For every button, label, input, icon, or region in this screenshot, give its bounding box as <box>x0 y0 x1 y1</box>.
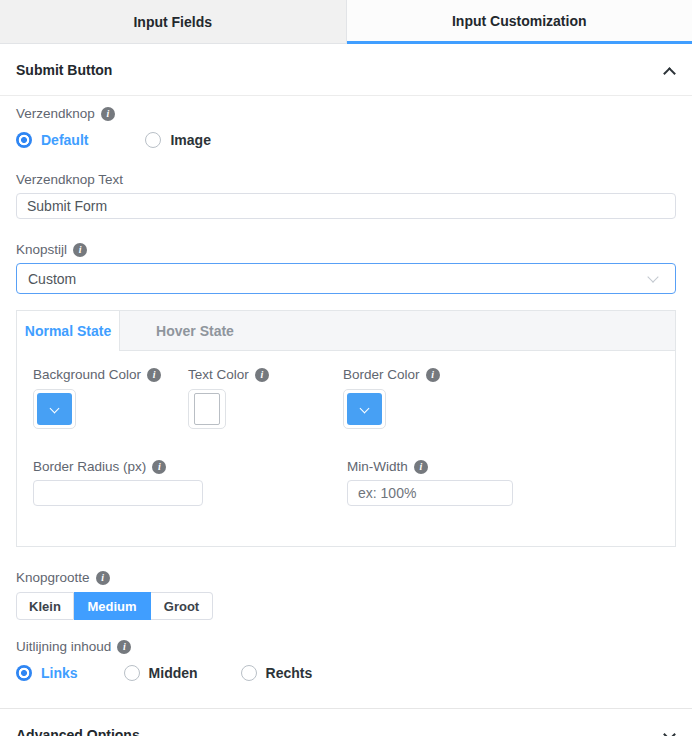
radio-image-label: Image <box>170 132 210 148</box>
knopstijl-label: Knopstijl <box>16 242 67 257</box>
border-radius-label: Border Radius (px) <box>33 459 146 474</box>
radio-default-label: Default <box>41 132 88 148</box>
border-color-picker[interactable] <box>343 389 386 429</box>
radio-midden-label: Midden <box>149 665 198 681</box>
radio-rechts[interactable]: Rechts <box>241 665 313 681</box>
border-radius-field: Border Radius (px) i <box>33 459 347 506</box>
border-color-label-row: Border Color i <box>343 367 498 382</box>
radio-selected-icon <box>16 132 32 148</box>
radio-unselected-icon <box>145 132 161 148</box>
size-button-groot-label: Groot <box>164 599 199 614</box>
tab-hover-state[interactable]: Hover State <box>120 311 270 350</box>
radio-default[interactable]: Default <box>16 132 88 148</box>
state-tab-bar: Normal State Hover State <box>17 311 675 351</box>
border-radius-label-row: Border Radius (px) i <box>33 459 347 474</box>
border-color-label: Border Color <box>343 367 420 382</box>
tab-input-customization[interactable]: Input Customization <box>347 0 692 44</box>
knopstijl-label-row: Knopstijl i <box>16 242 676 257</box>
border-radius-input[interactable] <box>33 480 203 506</box>
background-color-swatch <box>37 393 72 425</box>
knopstijl-select[interactable]: Custom <box>16 263 676 294</box>
min-width-label-row: Min-Width i <box>347 459 513 474</box>
text-color-label-row: Text Color i <box>188 367 343 382</box>
tab-input-fields[interactable]: Input Fields <box>0 0 347 44</box>
radio-unselected-icon <box>124 665 140 681</box>
radio-unselected-icon <box>241 665 257 681</box>
button-size-group: Klein Medium Groot <box>16 592 213 620</box>
min-width-label: Min-Width <box>347 459 408 474</box>
knopgrootte-label-row: Knopgrootte i <box>16 570 676 585</box>
tab-normal-state[interactable]: Normal State <box>17 311 120 351</box>
verzendknop-radio-group: Default Image <box>16 132 676 148</box>
uitlijning-label: Uitlijning inhoud <box>16 639 111 654</box>
size-button-groot[interactable]: Groot <box>151 592 213 620</box>
verzendknop-text-label-row: Verzendknop Text <box>16 172 676 187</box>
chevron-down-icon <box>50 405 60 413</box>
info-icon[interactable]: i <box>255 368 269 382</box>
chevron-down-icon <box>649 273 659 283</box>
verzendknop-text-label: Verzendknop Text <box>16 172 123 187</box>
tab-hover-state-label: Hover State <box>156 323 234 339</box>
background-color-label: Background Color <box>33 367 141 382</box>
min-width-input[interactable] <box>347 480 513 506</box>
text-color-label: Text Color <box>188 367 249 382</box>
info-icon[interactable]: i <box>117 640 131 654</box>
advanced-options-section-header[interactable]: Advanced Options <box>0 709 692 736</box>
radius-width-row: Border Radius (px) i Min-Width i <box>33 459 659 506</box>
submit-button-section-header[interactable]: Submit Button <box>0 44 692 95</box>
info-icon[interactable]: i <box>414 460 428 474</box>
radio-image[interactable]: Image <box>145 132 210 148</box>
tab-normal-state-label: Normal State <box>25 323 111 339</box>
text-color-swatch <box>194 393 220 425</box>
button-style-panel: Normal State Hover State Background Colo… <box>16 310 676 547</box>
knopstijl-select-value: Custom <box>28 271 76 287</box>
normal-state-panel-body: Background Color i Text Color i <box>17 351 675 546</box>
size-button-klein[interactable]: Klein <box>16 592 74 620</box>
info-icon[interactable]: i <box>426 368 440 382</box>
submit-button-section-body: Verzendknop i Default Image Verzendknop … <box>0 106 692 681</box>
radio-selected-icon <box>16 665 32 681</box>
verzendknop-label: Verzendknop <box>16 106 95 121</box>
chevron-down-icon <box>360 405 370 413</box>
verzendknop-text-input[interactable] <box>16 193 676 219</box>
info-icon[interactable]: i <box>96 571 110 585</box>
border-color-field: Border Color i <box>343 367 498 429</box>
submit-button-section-title: Submit Button <box>16 62 112 78</box>
tab-input-fields-label: Input Fields <box>133 14 212 30</box>
chevron-down-icon[interactable] <box>665 730 676 736</box>
top-tab-bar: Input Fields Input Customization <box>0 0 692 44</box>
radio-links[interactable]: Links <box>16 665 78 681</box>
verzendknop-label-row: Verzendknop i <box>16 106 676 121</box>
background-color-picker[interactable] <box>33 389 76 429</box>
header-divider <box>0 95 692 96</box>
radio-links-label: Links <box>41 665 78 681</box>
border-color-swatch <box>347 393 382 425</box>
info-icon[interactable]: i <box>73 243 87 257</box>
background-color-label-row: Background Color i <box>33 367 188 382</box>
info-icon[interactable]: i <box>101 107 115 121</box>
uitlijning-radio-group: Links Midden Rechts <box>16 665 676 681</box>
background-color-field: Background Color i <box>33 367 188 429</box>
text-color-field: Text Color i <box>188 367 343 429</box>
color-pickers-row: Background Color i Text Color i <box>33 367 659 429</box>
info-icon[interactable]: i <box>152 460 166 474</box>
radio-rechts-label: Rechts <box>266 665 313 681</box>
min-width-field: Min-Width i <box>347 459 513 506</box>
text-color-picker[interactable] <box>188 389 226 429</box>
size-button-medium-label: Medium <box>87 599 136 614</box>
size-button-medium[interactable]: Medium <box>74 592 151 620</box>
radio-midden[interactable]: Midden <box>124 665 198 681</box>
tab-input-customization-label: Input Customization <box>452 13 587 29</box>
knopgrootte-label: Knopgrootte <box>16 570 90 585</box>
advanced-options-section-title: Advanced Options <box>16 727 140 736</box>
chevron-up-icon[interactable] <box>665 65 676 76</box>
info-icon[interactable]: i <box>147 368 161 382</box>
uitlijning-label-row: Uitlijning inhoud i <box>16 639 676 654</box>
size-button-klein-label: Klein <box>29 599 61 614</box>
